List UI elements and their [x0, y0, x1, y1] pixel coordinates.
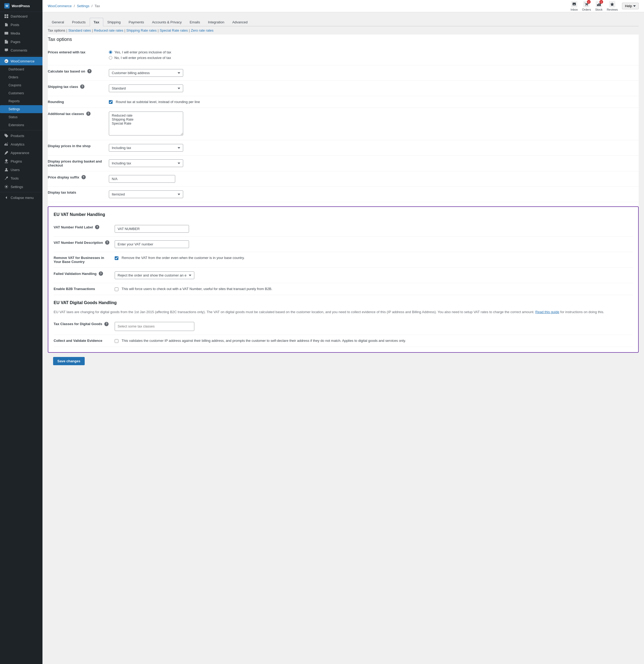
breadcrumb-settings[interactable]: Settings [77, 4, 89, 8]
additional-tax-classes-textarea[interactable]: Reduced rate Shipping Rate Special Rate [109, 111, 183, 136]
rounding-checkbox-text: Round tax at subtotal level, instead of … [116, 100, 200, 104]
display-prices-basket-select[interactable]: Including tax Excluding tax [109, 159, 183, 167]
sidebar: W WordPress Dashboard Posts Media Pages … [0, 0, 42, 664]
vat-label-help-icon[interactable]: ? [95, 225, 99, 229]
topbar-stock[interactable]: 1 Stock [595, 1, 603, 11]
sub-tabs-prefix: Tax options [48, 28, 65, 33]
sidebar-item-tools[interactable]: Tools [0, 174, 42, 183]
sidebar-item-label: WooCommerce [10, 59, 35, 63]
enable-b2b-checkbox-label[interactable]: This will force users to check out with … [115, 287, 630, 291]
failed-validation-help-icon[interactable]: ? [99, 271, 103, 276]
vat-desc-help-icon[interactable]: ? [105, 241, 109, 245]
subtab-special[interactable]: Special Rate rates [159, 28, 188, 33]
save-changes-button[interactable]: Save changes [53, 357, 85, 365]
tab-shipping[interactable]: Shipping [103, 18, 125, 26]
subtab-standard[interactable]: Standard rates [68, 28, 91, 33]
sidebar-sub-label: Settings [8, 107, 20, 111]
row-additional-tax-classes: Additional tax classes ? Reduced rate Sh… [48, 108, 639, 140]
help-button[interactable]: Help [622, 3, 639, 9]
topbar-reviews[interactable]: Reviews [607, 1, 618, 11]
sidebar-item-appearance[interactable]: Appearance [0, 148, 42, 157]
calculate-help-icon[interactable]: ? [87, 69, 91, 73]
additional-tax-help-icon[interactable]: ? [86, 111, 90, 116]
breadcrumb-woocommerce[interactable]: WooCommerce [48, 4, 72, 8]
svg-text:W: W [5, 60, 7, 63]
sidebar-item-woo-status[interactable]: Status [0, 113, 42, 121]
price-display-help-icon[interactable]: ? [82, 175, 86, 179]
tab-payments[interactable]: Payments [125, 18, 148, 26]
sidebar-item-plugins[interactable]: Plugins [0, 157, 42, 165]
row-prices-with-tax: Prices entered with tax Yes, I will ente… [48, 46, 639, 65]
radio-yes-inclusive[interactable] [109, 50, 112, 54]
remove-vat-checkbox[interactable] [115, 256, 119, 260]
rounding-checkbox-label[interactable]: Round tax at subtotal level, instead of … [109, 100, 636, 104]
tab-tax[interactable]: Tax [90, 18, 103, 26]
svg-rect-2 [4, 17, 6, 18]
chart-icon [4, 142, 8, 146]
row-remove-vat: Remove VAT for Businesses in Your Base C… [53, 252, 633, 268]
failed-validation-select[interactable]: Reject the order and show the customer a… [115, 271, 194, 279]
vat-field-label-input[interactable] [115, 225, 189, 233]
chevron-down-icon [633, 5, 636, 7]
failed-validation-label: Failed Validation Handling [53, 272, 96, 276]
tax-classes-digital-input[interactable] [115, 322, 194, 331]
shipping-tax-class-select[interactable]: Standard Reduced rate Zero rate [109, 84, 183, 92]
subtab-zero[interactable]: Zero rate rates [191, 28, 213, 33]
tab-integration[interactable]: Integration [204, 18, 228, 26]
enable-b2b-checkbox[interactable] [115, 287, 119, 291]
sidebar-item-label: Analytics [10, 142, 24, 146]
sidebar-item-comments[interactable]: Comments [0, 46, 42, 55]
sidebar-item-woo-orders[interactable]: Orders [0, 73, 42, 81]
sidebar-item-woocommerce[interactable]: W WooCommerce [0, 57, 42, 65]
sidebar-item-media[interactable]: Media [0, 29, 42, 38]
sidebar-item-users[interactable]: Users [0, 165, 42, 174]
display-prices-shop-select[interactable]: Including tax Excluding tax [109, 144, 183, 152]
read-guide-link[interactable]: Read this guide [535, 310, 559, 314]
settings-tabs: General Products Tax Shipping Payments A… [48, 18, 639, 26]
sidebar-item-posts[interactable]: Posts [0, 20, 42, 29]
sub-tabs: Tax options | Standard rates | Reduced r… [48, 28, 639, 33]
sidebar-item-woo-settings[interactable]: Settings [0, 105, 42, 113]
tax-classes-digital-help-icon[interactable]: ? [104, 322, 109, 326]
topbar-orders[interactable]: 1 Orders [582, 1, 591, 11]
sidebar-item-woo-reports[interactable]: Reports [0, 97, 42, 105]
radio-yes-option[interactable]: Yes, I will enter prices inclusive of ta… [109, 50, 636, 54]
tab-emails[interactable]: Emails [186, 18, 204, 26]
radio-no-option[interactable]: No, I will enter prices exclusive of tax [109, 56, 636, 60]
sidebar-item-collapse[interactable]: Collapse menu [0, 193, 42, 202]
price-display-suffix-input[interactable] [109, 175, 175, 183]
subtab-reduced[interactable]: Reduced rate rates [94, 28, 124, 33]
rounding-checkbox[interactable] [109, 100, 112, 104]
subtab-shipping[interactable]: Shipping Rate rates [126, 28, 157, 33]
display-tax-totals-select[interactable]: Itemized As a single total [109, 190, 183, 198]
sidebar-sub-label: Extensions [8, 123, 24, 127]
sidebar-item-woo-coupons[interactable]: Coupons [0, 81, 42, 89]
remove-vat-checkbox-label[interactable]: Remove the VAT from the order even when … [115, 256, 630, 260]
sidebar-item-pages[interactable]: Pages [0, 38, 42, 46]
row-tax-classes-digital: Tax Classes for Digital Goods ? [53, 318, 633, 335]
inbox-icon [571, 1, 577, 7]
collect-evidence-checkbox-label[interactable]: This validates the customer IP address a… [115, 339, 630, 343]
tab-advanced[interactable]: Advanced [228, 18, 252, 26]
collect-evidence-checkbox[interactable] [115, 339, 119, 343]
sidebar-item-products[interactable]: Products [0, 131, 42, 140]
woo-icon: W [4, 59, 8, 63]
sidebar-item-settings[interactable]: Settings [0, 183, 42, 191]
row-display-tax-totals: Display tax totals Itemized As a single … [48, 187, 639, 202]
orders-icon: 1 [583, 1, 589, 7]
sidebar-sub-label: Orders [8, 76, 18, 79]
sidebar-item-woo-dashboard[interactable]: Dashboard [0, 65, 42, 73]
vat-field-description-input[interactable] [115, 241, 189, 248]
tab-accounts[interactable]: Accounts & Privacy [148, 18, 186, 26]
calculate-based-on-select[interactable]: Customer billing address Customer shippi… [109, 69, 183, 77]
sidebar-item-woo-extensions[interactable]: Extensions [0, 121, 42, 129]
shipping-tax-help-icon[interactable]: ? [80, 84, 84, 89]
tab-general[interactable]: General [48, 18, 68, 26]
topbar-inbox[interactable]: Inbox [571, 1, 578, 11]
radio-no-exclusive[interactable] [109, 56, 112, 60]
tab-products[interactable]: Products [68, 18, 89, 26]
sidebar-item-analytics[interactable]: Analytics [0, 140, 42, 148]
sidebar-item-dashboard[interactable]: Dashboard [0, 12, 42, 20]
sidebar-item-woo-customers[interactable]: Customers [0, 89, 42, 97]
svg-rect-12 [597, 4, 598, 6]
